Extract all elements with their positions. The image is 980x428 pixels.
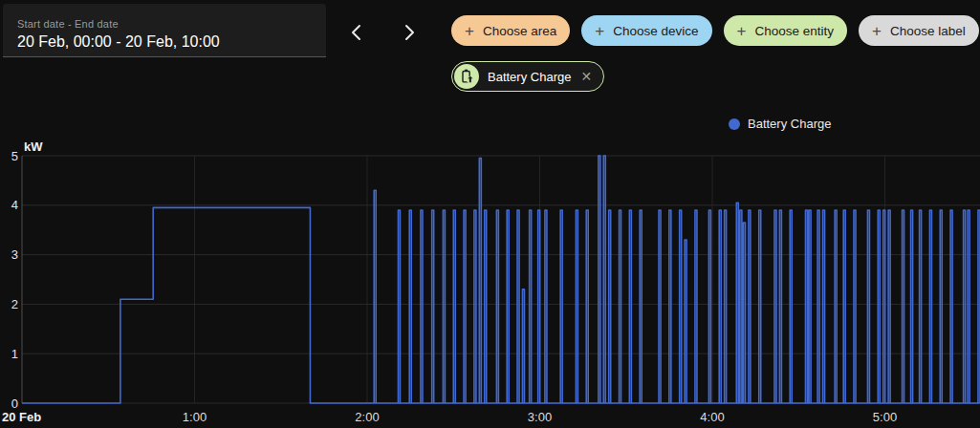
plus-icon: +	[872, 23, 882, 39]
active-filter-label: Battery Charge	[488, 70, 571, 84]
filter-chip-avatar	[454, 64, 479, 89]
svg-text:3: 3	[11, 247, 18, 262]
choose-entity-chip[interactable]: + Choose entity	[724, 15, 848, 46]
battery-charge-line-chart[interactable]: 20 Feb1:002:003:004:005:00012345kW	[0, 134, 980, 428]
choose-entity-label: Choose entity	[754, 24, 834, 38]
svg-text:2: 2	[11, 297, 18, 311]
battery-charge-filter-chip[interactable]: Battery Charge ✕	[451, 61, 604, 92]
plus-icon: +	[737, 23, 747, 39]
svg-text:20 Feb: 20 Feb	[2, 410, 41, 424]
choose-area-chip[interactable]: + Choose area	[451, 15, 570, 46]
choose-area-label: Choose area	[483, 24, 556, 38]
svg-text:5: 5	[11, 149, 18, 163]
legend-color-dot	[729, 118, 740, 130]
chevron-left-icon	[351, 24, 361, 41]
date-range-picker[interactable]: Start date - End date 20 Feb, 00:00 - 20…	[3, 4, 326, 57]
svg-text:4:00: 4:00	[700, 410, 724, 424]
svg-text:0: 0	[11, 396, 18, 411]
remove-filter-icon[interactable]: ✕	[577, 70, 595, 83]
svg-text:3:00: 3:00	[528, 410, 552, 424]
svg-text:1: 1	[11, 347, 18, 361]
battery-charging-icon	[457, 67, 476, 86]
legend-label: Battery Charge	[748, 117, 831, 131]
filter-chips-row: + Choose area + Choose device + Choose e…	[451, 15, 979, 46]
svg-text:1:00: 1:00	[183, 410, 207, 424]
previous-period-button[interactable]	[340, 17, 371, 48]
next-period-button[interactable]	[394, 17, 425, 48]
chevron-right-icon	[404, 24, 415, 41]
choose-device-chip[interactable]: + Choose device	[581, 15, 711, 46]
legend-item-battery-charge[interactable]: Battery Charge	[729, 117, 831, 131]
svg-text:kW: kW	[24, 139, 43, 154]
plus-icon: +	[465, 23, 474, 39]
plus-icon: +	[595, 23, 604, 39]
history-chart[interactable]: 20 Feb1:002:003:004:005:00012345kW	[0, 134, 980, 428]
svg-text:5:00: 5:00	[873, 410, 897, 424]
choose-device-label: Choose device	[613, 24, 698, 38]
choose-label-label: Choose label	[890, 24, 966, 38]
choose-label-chip[interactable]: + Choose label	[859, 15, 979, 46]
date-range-value: 20 Feb, 00:00 - 20 Feb, 10:00	[17, 33, 326, 51]
svg-text:4: 4	[11, 198, 18, 212]
svg-text:2:00: 2:00	[355, 410, 379, 424]
date-range-label: Start date - End date	[17, 18, 326, 30]
